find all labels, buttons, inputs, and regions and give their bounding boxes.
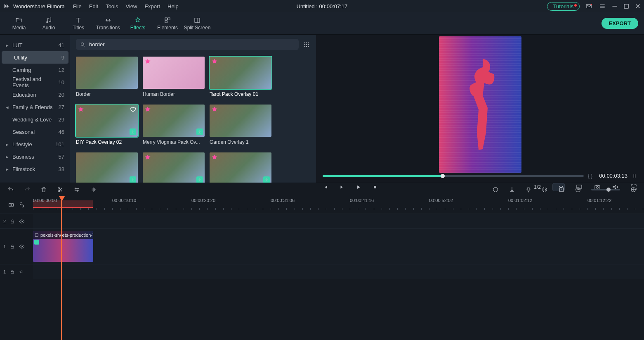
menu-tools[interactable]: Tools bbox=[106, 3, 118, 10]
minimize-button[interactable] bbox=[612, 3, 618, 9]
pause-small-icon[interactable] bbox=[632, 173, 637, 179]
sidebar-item-filmstock[interactable]: ▸Filmstock38 bbox=[0, 163, 70, 175]
menu-view[interactable]: View bbox=[125, 3, 137, 10]
rooms-toolbar: Media Audio Titles Transitions Effects E… bbox=[0, 12, 644, 35]
audio-wave-icon[interactable] bbox=[90, 186, 97, 193]
timeline-clip[interactable]: pexels-shvets-production-7 bbox=[33, 231, 93, 262]
menu-edit[interactable]: Edit bbox=[89, 3, 98, 10]
scrub-knob[interactable] bbox=[441, 174, 445, 178]
stop-icon[interactable] bbox=[372, 184, 378, 190]
export-button[interactable]: EXPORT bbox=[602, 18, 638, 29]
mail-icon[interactable] bbox=[585, 2, 593, 10]
download-icon[interactable] bbox=[196, 128, 203, 135]
delete-icon[interactable] bbox=[40, 186, 47, 193]
marker-braces: { } bbox=[588, 173, 592, 179]
room-titles[interactable]: Titles bbox=[64, 12, 93, 35]
heart-icon[interactable] bbox=[130, 106, 136, 113]
voiceover-icon[interactable] bbox=[525, 186, 532, 193]
splitscreen-icon bbox=[193, 17, 201, 24]
svg-rect-6 bbox=[168, 18, 170, 20]
svg-point-17 bbox=[306, 46, 307, 47]
lock-icon[interactable] bbox=[10, 219, 15, 224]
download-icon[interactable] bbox=[196, 176, 203, 183]
room-effects[interactable]: Effects bbox=[123, 12, 153, 35]
step-forward-icon[interactable] bbox=[339, 184, 345, 190]
effect-thumb[interactable] bbox=[210, 152, 271, 183]
effect-thumb[interactable]: DIY Pack Overlay 02 bbox=[76, 105, 138, 145]
sidebar-item-label: Wedding & Love bbox=[12, 117, 59, 123]
sidebar-item-gaming[interactable]: Gaming12 bbox=[0, 64, 70, 76]
download-icon[interactable] bbox=[263, 176, 270, 183]
list-icon[interactable] bbox=[599, 2, 606, 10]
room-transitions[interactable]: Transitions bbox=[93, 12, 123, 35]
download-icon[interactable] bbox=[130, 176, 136, 183]
eye-icon[interactable] bbox=[19, 244, 25, 250]
sidebar-item-count: 9 bbox=[61, 55, 64, 61]
search-input[interactable] bbox=[89, 41, 295, 48]
premium-icon bbox=[144, 58, 151, 65]
maximize-button[interactable] bbox=[623, 3, 629, 9]
download-icon[interactable] bbox=[130, 128, 136, 135]
menu-export[interactable]: Export bbox=[144, 3, 160, 10]
main-menu: File Edit Tools View Export Help bbox=[73, 3, 179, 10]
adjust-icon[interactable] bbox=[73, 186, 80, 193]
room-elements[interactable]: Elements bbox=[153, 12, 182, 35]
search-box[interactable] bbox=[76, 39, 299, 50]
scrub-bar[interactable] bbox=[323, 175, 584, 177]
effect-thumb[interactable]: Human Border bbox=[143, 57, 205, 97]
tutorials-label: Tutorials bbox=[553, 3, 573, 10]
link-icon[interactable] bbox=[19, 202, 25, 208]
sidebar-item-lut[interactable]: ▸LUT41 bbox=[0, 39, 70, 51]
sidebar-item-wedding[interactable]: Wedding & Love29 bbox=[0, 113, 70, 126]
timeline-ruler[interactable]: 00:00:00:0000:00:10:1000:00:20:2000:00:3… bbox=[33, 196, 644, 214]
zoom-out-icon[interactable] bbox=[575, 186, 581, 193]
sidebar-item-festival[interactable]: Festival and Events10 bbox=[0, 76, 70, 88]
menu-help[interactable]: Help bbox=[167, 3, 179, 10]
grid-view-icon[interactable] bbox=[303, 41, 310, 48]
playhead[interactable] bbox=[61, 196, 62, 340]
effect-thumb[interactable]: Border bbox=[76, 57, 138, 97]
track-lane[interactable] bbox=[33, 214, 644, 228]
room-media[interactable]: Media bbox=[4, 12, 34, 35]
track-lane[interactable] bbox=[33, 264, 644, 279]
undo-icon[interactable] bbox=[7, 186, 14, 193]
speaker-icon[interactable] bbox=[19, 269, 25, 275]
insert-mode-icon[interactable] bbox=[8, 202, 14, 208]
track-lane[interactable]: pexels-shvets-production-7 bbox=[33, 229, 644, 264]
sidebar-item-business[interactable]: ▸Business57 bbox=[0, 150, 70, 163]
split-icon[interactable] bbox=[57, 186, 64, 193]
zoom-slider[interactable] bbox=[591, 189, 620, 190]
sidebar-item-seasonal[interactable]: Seasonal46 bbox=[0, 126, 70, 138]
lock-icon[interactable] bbox=[10, 244, 15, 249]
chevron-right-icon: ▸ bbox=[6, 42, 10, 48]
marker-icon[interactable] bbox=[509, 186, 515, 193]
effect-thumb[interactable]: Merry Vlogmas Pack Ov... bbox=[143, 105, 205, 145]
clip-effect-badge bbox=[34, 240, 39, 245]
crop-icon[interactable] bbox=[558, 186, 565, 193]
zoom-in-icon[interactable] bbox=[630, 186, 637, 193]
room-audio[interactable]: Audio bbox=[34, 12, 64, 35]
sidebar-item-family[interactable]: ◂Family & Friends27 bbox=[0, 101, 70, 113]
sidebar-item-education[interactable]: Education20 bbox=[0, 88, 70, 101]
tutorials-button[interactable]: Tutorials bbox=[547, 2, 580, 11]
step-back-icon[interactable] bbox=[323, 184, 328, 190]
menu-file[interactable]: File bbox=[73, 3, 82, 10]
sidebar-item-utility[interactable]: Utility9 bbox=[2, 51, 68, 64]
effect-thumb[interactable]: Garden Overlay 1 bbox=[210, 105, 271, 145]
redo-icon[interactable] bbox=[24, 186, 31, 193]
effect-thumb-label: Merry Vlogmas Pack Ov... bbox=[143, 139, 205, 145]
sidebar-item-lifestyle[interactable]: ▸Lifestyle101 bbox=[0, 138, 70, 150]
effect-thumb[interactable]: Tarot Pack Overlay 01 bbox=[210, 57, 271, 97]
track-index: 1 bbox=[3, 244, 6, 249]
effect-thumb[interactable] bbox=[76, 152, 138, 183]
close-button[interactable] bbox=[635, 3, 641, 9]
preview-viewer[interactable] bbox=[316, 35, 644, 173]
effect-thumb[interactable] bbox=[143, 152, 205, 183]
eye-icon[interactable] bbox=[19, 219, 25, 224]
room-splitscreen[interactable]: Split Screen bbox=[182, 12, 212, 35]
ruler-label: 00:00:41:16 bbox=[350, 198, 374, 203]
audio-mixer-icon[interactable] bbox=[542, 186, 548, 193]
play-icon[interactable] bbox=[356, 184, 361, 190]
lock-icon[interactable] bbox=[10, 269, 15, 274]
render-icon[interactable] bbox=[492, 186, 499, 193]
